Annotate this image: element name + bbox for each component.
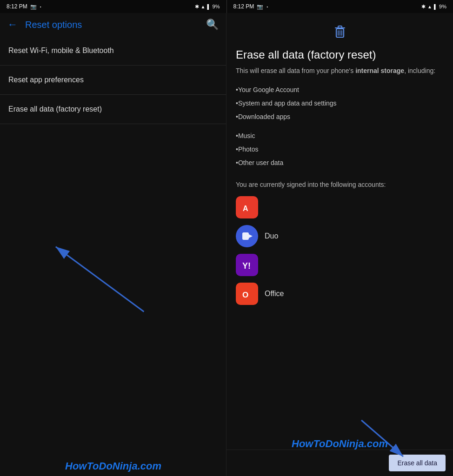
- list-item-apps: •Downloaded apps: [236, 110, 444, 124]
- right-battery: 9%: [439, 4, 446, 9]
- right-bluetooth-icon: ✱: [421, 4, 426, 10]
- erase-desc-prefix: This will erase all data from your phone…: [236, 67, 355, 74]
- trash-icon: [332, 22, 348, 43]
- list-spacer: [236, 124, 444, 129]
- account-row-office: O Office: [236, 283, 444, 305]
- left-signal-icon: ▌: [207, 4, 211, 9]
- list-item-system: •System and app data and settings: [236, 97, 444, 110]
- account-row-yahoo: Y!: [236, 254, 444, 276]
- adobe-icon: A: [236, 196, 258, 218]
- svg-text:A: A: [243, 205, 248, 212]
- account-row-adobe: A: [236, 196, 444, 218]
- left-wifi-icon: ▲: [201, 4, 206, 9]
- list-item-music: •Music: [236, 129, 444, 143]
- svg-rect-4: [338, 26, 342, 28]
- left-battery: 9%: [213, 4, 220, 9]
- erase-all-data-button[interactable]: Erase all data: [389, 455, 446, 471]
- trash-icon-area: [236, 22, 444, 43]
- left-bluetooth-icon: ✱: [195, 4, 199, 10]
- svg-rect-10: [242, 232, 249, 240]
- svg-marker-11: [249, 234, 253, 238]
- status-bar: 8:12 PM 📷 · ✱ ▲ ▌ 9% 8:12 PM 📷 · ✱ ▲ ▌ 9…: [0, 0, 453, 13]
- left-status-icons: ✱ ▲ ▌ 9%: [195, 4, 220, 10]
- left-panel: ← Reset options 🔍 Reset Wi-Fi, mobile & …: [0, 13, 226, 476]
- duo-icon: [236, 225, 258, 247]
- left-time-text: 8:12 PM: [7, 3, 27, 10]
- right-wifi-icon: ▲: [427, 4, 432, 9]
- main-content: ← Reset options 🔍 Reset Wi-Fi, mobile & …: [0, 13, 453, 476]
- left-time: 8:12 PM 📷 ·: [7, 2, 42, 11]
- svg-text:O: O: [242, 291, 248, 299]
- list-item-google: •Your Google Account: [236, 83, 444, 97]
- erase-desc-bold: internal storage: [355, 67, 404, 74]
- right-status-icons: ✱ ▲ ▌ 9%: [421, 4, 446, 10]
- page-title: Reset options: [25, 20, 206, 30]
- office-label: Office: [265, 290, 284, 298]
- back-button[interactable]: ←: [7, 19, 18, 31]
- right-signal-icon: ▌: [434, 4, 437, 9]
- erase-list: •Your Google Account •System and app dat…: [236, 83, 444, 170]
- right-time-text: 8:12 PM: [233, 3, 254, 10]
- list-item-other: •Other user data: [236, 156, 444, 170]
- erase-desc-suffix: , including:: [404, 67, 435, 74]
- menu-item-factory-reset[interactable]: Erase all data (factory reset): [0, 95, 226, 124]
- right-status-bar: 8:12 PM 📷 · ✱ ▲ ▌ 9%: [227, 0, 453, 13]
- office-icon: O: [236, 283, 258, 305]
- right-camera-icon: 📷: [257, 4, 263, 10]
- account-row-duo: Duo: [236, 225, 444, 247]
- bottom-bar: Erase all data: [226, 450, 453, 476]
- svg-line-1: [56, 247, 144, 312]
- left-camera-icon: 📷: [30, 4, 37, 10]
- duo-label: Duo: [265, 232, 278, 240]
- search-icon[interactable]: 🔍: [206, 19, 219, 31]
- right-dot: ·: [266, 2, 268, 11]
- menu-item-wifi-reset[interactable]: Reset Wi-Fi, mobile & Bluetooth: [0, 36, 226, 66]
- right-time: 8:12 PM 📷 ·: [233, 2, 269, 11]
- right-panel: Erase all data (factory reset) This will…: [226, 13, 453, 476]
- erase-title: Erase all data (factory reset): [236, 48, 444, 61]
- left-status-bar: 8:12 PM 📷 · ✱ ▲ ▌ 9%: [0, 0, 226, 13]
- left-dot: ·: [40, 2, 42, 11]
- svg-text:Y!: Y!: [242, 261, 251, 271]
- accounts-description: You are currently signed into the follow…: [236, 180, 444, 190]
- erase-description: This will erase all data from your phone…: [236, 66, 444, 76]
- list-item-photos: •Photos: [236, 143, 444, 156]
- left-header: ← Reset options 🔍: [0, 13, 226, 36]
- arrow-annotation-left: [0, 124, 226, 476]
- menu-item-app-prefs[interactable]: Reset app preferences: [0, 66, 226, 95]
- yahoo-icon: Y!: [236, 254, 258, 276]
- watermark-right: HowToDoNinja.com: [226, 438, 453, 450]
